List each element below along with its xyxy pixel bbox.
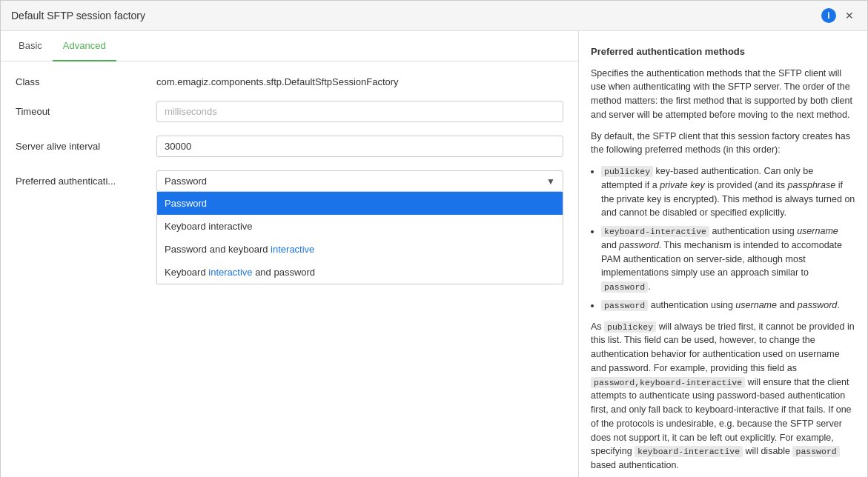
help-bullets-list: publickey key-based authentication. Can …	[591, 164, 855, 313]
server-alive-input-wrapper	[156, 136, 563, 157]
help-paragraph-2: By default, the SFTP client that this se…	[591, 130, 855, 158]
form-area: Class com.emagiz.components.sftp.Default…	[1, 61, 578, 477]
dropdown-option-keyboard-interactive[interactable]: Keyboard interactive	[157, 215, 563, 238]
timeout-input-wrapper	[156, 101, 563, 122]
tabs: Basic Advanced	[1, 31, 578, 61]
dialog-title: Default SFTP session factory	[11, 10, 145, 21]
code-publickey: publickey	[601, 166, 653, 177]
server-alive-label: Server alive interval	[16, 141, 156, 152]
dialog: Default SFTP session factory i ✕ Basic A…	[0, 0, 868, 477]
form-row-class: Class com.emagiz.components.sftp.Default…	[16, 76, 563, 87]
dialog-header: Default SFTP session factory i ✕	[1, 1, 867, 31]
left-panel: Basic Advanced Class com.emagiz.componen…	[1, 31, 579, 477]
highlight-interactive: interactive	[271, 244, 314, 255]
help-closing: As publickey will always be tried first,…	[591, 320, 855, 473]
highlight-interactive-2: interactive	[208, 267, 252, 278]
dropdown-option-keyboard-password[interactable]: Keyboard interactive and password	[157, 261, 563, 284]
help-bullet-2: keyboard-interactive authentication usin…	[601, 224, 855, 294]
preferred-auth-dropdown-trigger[interactable]: Password ▼	[156, 170, 563, 192]
code-keyboard-interactive: keyboard-interactive	[601, 226, 709, 237]
preferred-auth-label: Preferred authenticati...	[16, 170, 156, 187]
close-button[interactable]: ✕	[842, 8, 857, 23]
dialog-body: Basic Advanced Class com.emagiz.componen…	[1, 31, 867, 477]
code-password-inline: password	[601, 281, 648, 293]
dropdown-option-password-keyboard[interactable]: Password and keyboard interactive	[157, 238, 563, 261]
code-keyboard-interactive-2: keyboard-interactive	[635, 446, 743, 457]
class-value: com.emagiz.components.sftp.DefaultSftpSe…	[156, 76, 563, 87]
tab-basic[interactable]: Basic	[8, 31, 53, 61]
code-password-2: password	[792, 446, 839, 457]
timeout-label: Timeout	[16, 106, 156, 117]
dropdown-menu: Password Keyboard interactive Password a…	[156, 192, 563, 284]
timeout-input[interactable]	[156, 101, 563, 122]
help-bullet-3: password authentication using username a…	[601, 298, 855, 313]
class-label: Class	[16, 76, 156, 87]
right-panel: Preferred authentication methods Specifi…	[579, 31, 867, 477]
tab-advanced[interactable]: Advanced	[53, 31, 116, 61]
server-alive-input[interactable]	[156, 136, 563, 157]
help-paragraph-1: Specifies the authentication methods tha…	[591, 67, 855, 122]
form-row-server-alive: Server alive interval	[16, 136, 563, 157]
preferred-auth-dropdown-wrapper: Password ▼ Password Keyboard interactive…	[156, 170, 563, 192]
dialog-header-icons: i ✕	[821, 8, 857, 23]
form-row-preferred-auth: Preferred authenticati... Password ▼ Pas…	[16, 170, 563, 192]
info-button[interactable]: i	[821, 8, 836, 23]
code-password: password	[601, 300, 648, 311]
form-row-timeout: Timeout	[16, 101, 563, 122]
code-password-keyboard-interactive: password,keyboard-interactive	[591, 377, 745, 388]
code-publickey-2: publickey	[604, 321, 656, 333]
dropdown-arrow-icon: ▼	[546, 176, 555, 187]
help-title: Preferred authentication methods	[591, 44, 855, 59]
help-bullet-1: publickey key-based authentication. Can …	[601, 164, 855, 220]
dropdown-option-password[interactable]: Password	[157, 192, 563, 215]
dropdown-selected-value: Password	[165, 176, 207, 187]
